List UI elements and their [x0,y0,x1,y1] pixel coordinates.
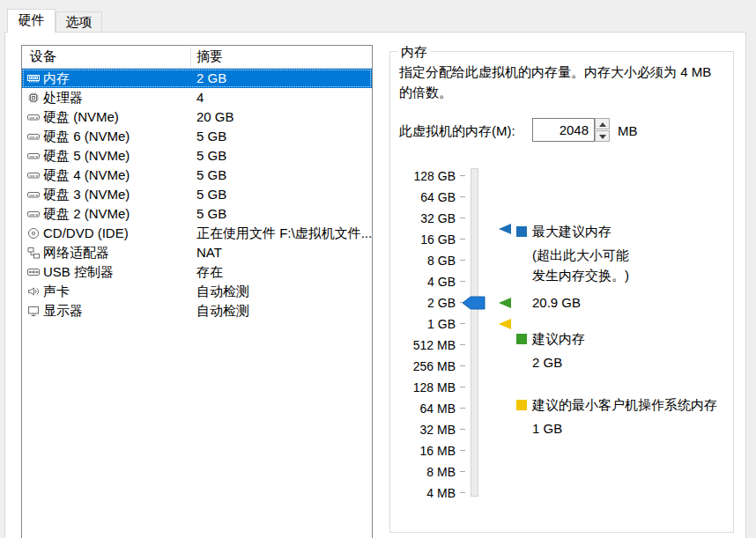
scale-label: 64 MB [390,401,456,416]
recommended-memory-marker-icon [499,298,511,308]
device-row-disk-4[interactable]: 硬盘 4 (NVMe) 5 GB [22,166,372,185]
device-row-network-adapter[interactable]: 网络适配器 NAT [22,243,372,262]
arrow-down-icon [599,135,606,139]
device-label: 处理器 [43,90,83,107]
memory-slider-handle[interactable] [463,296,485,310]
scale-label: 32 GB [390,210,456,226]
device-label: 声卡 [43,284,70,300]
max-memory-value: 20.9 GB [532,295,581,311]
device-summary: 5 GB [196,206,226,221]
device-summary: 正在使用文件 F:\虚拟机文件... [196,225,372,242]
recommended-memory-value: 2 GB [532,355,562,371]
device-summary: NAT [196,245,222,260]
device-row-processor[interactable]: 处理器 4 [22,88,372,107]
tab-options[interactable]: 选项 [56,11,102,32]
device-label: 硬盘 6 (NVMe) [43,129,130,145]
device-summary: 5 GB [196,167,226,182]
minimum-memory-value: 1 GB [532,421,562,437]
disk-icon [27,169,40,181]
max-memory-legend-swatch [516,226,527,237]
memory-size-stepper [595,118,610,142]
scale-label: 128 MB [390,380,456,395]
device-row-sound-card[interactable]: 声卡 自动检测 [22,282,372,301]
disk-icon [27,150,40,162]
device-summary: 5 GB [196,187,226,202]
groupbox-title: 内存 [397,44,431,61]
scale-label: 512 MB [390,337,456,353]
column-divider[interactable] [190,48,191,67]
device-label: 硬盘 2 (NVMe) [43,206,130,223]
column-header-device[interactable]: 设备 [30,48,56,65]
scale-label: 256 MB [390,358,456,374]
scale-label: 2 GB [390,295,456,311]
scale-label: 4 GB [390,274,456,290]
device-row-usb-controller[interactable]: USB 控制器 存在 [22,262,372,282]
minimum-memory-legend-swatch [516,400,527,410]
spin-down-button[interactable] [595,130,610,142]
memory-slider-track[interactable] [471,168,478,497]
device-summary: 20 GB [196,109,234,124]
device-label: USB 控制器 [43,264,114,281]
scale-label: 8 MB [390,464,456,480]
max-memory-note-line2: 发生内存交换。) [532,268,629,284]
device-summary: 自动检测 [196,284,249,300]
disk-icon [27,208,40,220]
device-summary: 存在 [196,264,223,281]
device-row-memory[interactable]: 内存 2 GB [22,69,372,88]
device-summary: 2 GB [196,70,226,85]
cd-icon [27,227,40,240]
device-list: 设备 摘要 内存 2 GB 处理器 4 硬盘 (NVMe) 20 GB 硬盘 6… [21,45,373,538]
sound-icon [27,285,40,298]
minimum-memory-label: 建议的最小客户机操作系统内存 [532,397,717,413]
network-icon [27,247,40,259]
disk-icon [27,188,40,201]
device-label: 硬盘 3 (NVMe) [43,187,130,203]
minimum-memory-marker-icon [499,319,511,329]
scale-label: 16 GB [390,232,456,247]
device-row-disk-main[interactable]: 硬盘 (NVMe) 20 GB [22,107,372,127]
memory-size-input[interactable] [532,118,595,142]
scale-label: 32 MB [390,422,456,438]
scale-label: 1 GB [390,316,456,332]
device-label: 硬盘 5 (NVMe) [43,148,130,165]
max-memory-note-line1: (超出此大小可能 [532,247,629,263]
device-row-disk-2[interactable]: 硬盘 2 (NVMe) 5 GB [22,204,372,224]
memory-description-line2: 的倍数。 [399,85,452,101]
scale-label: 64 GB [390,189,456,205]
column-header-summary[interactable]: 摘要 [196,48,223,65]
max-memory-label: 最大建议内存 [532,224,611,240]
spin-up-button[interactable] [595,118,610,129]
memory-unit-label: MB [618,123,638,138]
device-label: 硬盘 4 (NVMe) [43,167,130,184]
tab-hardware[interactable]: 硬件 [7,9,56,33]
device-summary: 5 GB [196,148,226,163]
device-label: CD/DVD (IDE) [43,225,129,240]
device-label: 网络适配器 [43,245,109,262]
device-list-header: 设备 摘要 [22,46,372,69]
scale-label: 8 GB [390,253,456,269]
scale-label: 16 MB [390,443,456,459]
disk-icon [27,111,40,123]
device-label: 硬盘 (NVMe) [43,109,119,126]
device-row-display[interactable]: 显示器 自动检测 [22,301,372,321]
device-summary: 5 GB [196,129,226,144]
memory-description-line1: 指定分配给此虚拟机的内存量。内存大小必须为 4 MB [399,64,711,81]
memory-groupbox: 内存 指定分配给此虚拟机的内存量。内存大小必须为 4 MB 的倍数。 此虚拟机的… [389,51,734,533]
recommended-memory-label: 建议内存 [532,331,585,347]
arrow-up-icon [599,122,606,127]
device-row-disk-5[interactable]: 硬盘 5 (NVMe) 5 GB [22,146,372,166]
memory-icon [27,72,40,85]
device-summary: 自动检测 [196,303,249,320]
scale-label: 4 MB [390,485,456,501]
device-row-disk-6[interactable]: 硬盘 6 (NVMe) 5 GB [22,127,372,146]
display-icon [27,305,40,317]
device-label: 显示器 [43,303,83,320]
max-memory-marker-icon [499,224,511,234]
memory-size-label: 此虚拟机的内存(M): [399,123,515,140]
hardware-tab-page: 设备 摘要 内存 2 GB 处理器 4 硬盘 (NVMe) 20 GB 硬盘 6… [4,32,746,538]
device-row-disk-3[interactable]: 硬盘 3 (NVMe) 5 GB [22,185,372,204]
disk-icon [27,130,40,143]
device-row-cd-dvd[interactable]: CD/DVD (IDE) 正在使用文件 F:\虚拟机文件... [22,224,372,243]
usb-icon [27,266,40,278]
device-summary: 4 [196,90,204,105]
